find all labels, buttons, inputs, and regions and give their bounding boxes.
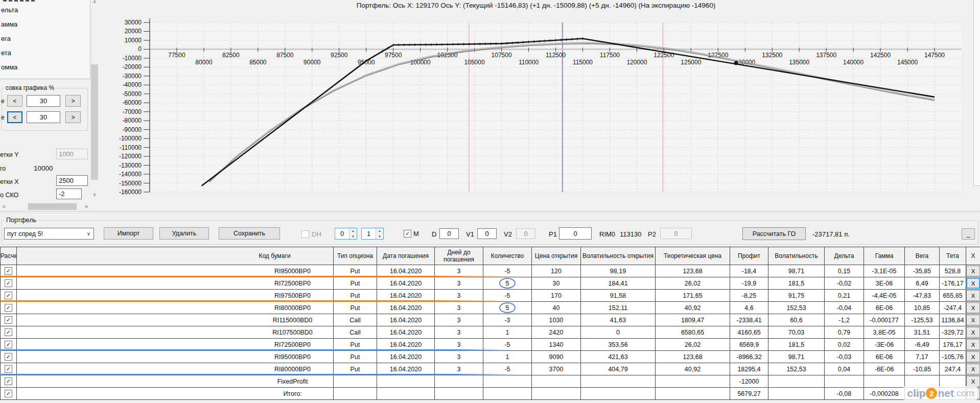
hand-drawn-underline-orange	[1, 276, 516, 277]
col-header-theta[interactable]: Тета	[940, 247, 966, 265]
d-label: D	[432, 230, 436, 238]
scroll-left-icon[interactable]: <	[0, 203, 8, 210]
cell-open_price: 30	[532, 277, 581, 290]
scroll-down-icon[interactable]: ∨	[90, 191, 99, 198]
col-header-theo[interactable]: Теоретическая цена	[656, 247, 730, 265]
sidebar-item-3[interactable]: ега	[0, 32, 90, 46]
row-calc-checkbox[interactable]: ✓	[5, 292, 12, 299]
sidebar-item-5[interactable]: омма	[0, 60, 90, 75]
save-button[interactable]: Сохранить	[219, 227, 280, 240]
dh-checkbox[interactable]	[301, 230, 309, 238]
scroll-right-icon[interactable]: >	[82, 203, 90, 210]
v1-input[interactable]: 0	[477, 228, 497, 239]
v2-input[interactable]: 0	[516, 228, 535, 239]
remove-row-button[interactable]: X	[966, 290, 980, 301]
preset-select[interactable]: пут спред 5! ∨	[4, 228, 94, 240]
row-calc-checkbox[interactable]: ✓	[5, 279, 12, 287]
col-header-profit[interactable]: Профит	[730, 247, 768, 265]
cell-code: RI115000BD0	[17, 314, 334, 326]
cell-type: Call	[334, 314, 377, 326]
calculate-margin-button[interactable]: Рассчитать ГО	[742, 227, 806, 240]
fit-row2-value[interactable]: 30	[27, 111, 60, 123]
col-header-check[interactable]: Расчет	[1, 247, 17, 265]
m-checkbox[interactable]: ✓	[404, 230, 411, 238]
svg-text:135000: 135000	[789, 59, 809, 66]
remove-row-button[interactable]: X	[966, 327, 980, 338]
scrollbar-thumb[interactable]	[28, 203, 77, 210]
svg-text:-80000: -80000	[123, 117, 142, 124]
delete-button[interactable]: Удалить	[159, 227, 209, 240]
col-header-x[interactable]: X	[966, 247, 980, 265]
minimize-button[interactable]: _	[962, 228, 975, 240]
scrollbar-thumb[interactable]	[91, 64, 98, 180]
fit-row1-value[interactable]: 30	[27, 95, 60, 107]
col-header-days[interactable]: Дней до погашения	[435, 247, 483, 265]
remove-row-button[interactable]: X	[966, 278, 980, 289]
col-header-delta[interactable]: Дельта	[825, 247, 864, 265]
remove-row-button[interactable]: X	[966, 339, 980, 350]
row-calc-checkbox[interactable]: ✓	[5, 267, 12, 275]
remove-row-button[interactable]: X	[966, 266, 980, 276]
row-calc-checkbox[interactable]: ✓	[5, 390, 12, 397]
col-header-gamma[interactable]: Гамма	[864, 247, 905, 265]
fit-row1-increase-button[interactable]: >	[65, 95, 81, 107]
scroll-up-icon[interactable]: ∧	[90, 0, 99, 5]
sidebar-item-4[interactable]: ета	[0, 46, 90, 60]
fit-row2-decrease-button[interactable]: <	[7, 111, 22, 123]
sko-input[interactable]: -2	[56, 188, 82, 199]
cell-date: 16.04.2020	[377, 290, 435, 302]
hand-drawn-underline-blue	[1, 349, 516, 351]
m-checkbox-label: M	[413, 230, 419, 238]
fit-row1-decrease-button[interactable]: <	[7, 95, 22, 107]
row-calc-checkbox[interactable]: ✓	[5, 316, 12, 324]
grid-step-y-input[interactable]: 1000	[56, 149, 88, 159]
chart-vertical-scrollbar[interactable]	[973, 0, 980, 186]
remove-row-button[interactable]: X	[966, 376, 980, 387]
row-calc-checkbox[interactable]: ✓	[5, 341, 12, 348]
row-calc-checkbox[interactable]: ✓	[5, 377, 12, 385]
days-spinner[interactable]: 0 ▲▼	[335, 228, 357, 240]
fit-row2-increase-button[interactable]: >	[65, 111, 81, 123]
cell-x: X	[966, 277, 980, 290]
import-button[interactable]: Импорт	[104, 227, 153, 240]
p1-input[interactable]: 0	[559, 227, 592, 240]
watermark-text: .com	[954, 388, 974, 399]
p2-input[interactable]: 0	[660, 228, 692, 239]
remove-row-button[interactable]: X	[966, 364, 980, 374]
sidebar-horizontal-scrollbar[interactable]: < >	[0, 203, 90, 210]
col-header-open_price[interactable]: Цена открытия	[532, 247, 581, 265]
spin-down-icon[interactable]: ▼	[376, 234, 383, 240]
d-input[interactable]: 0	[439, 228, 459, 239]
cell-code: RI72500BP0	[17, 277, 334, 290]
graph-fit-groupbox	[2, 88, 88, 131]
row-calc-checkbox[interactable]: ✓	[5, 328, 12, 336]
pnl-chart: 3000020000100000-10000-20000-30000-40000…	[0, 0, 980, 210]
sidebar-vertical-scrollbar[interactable]: ∧ ∨	[90, 0, 99, 201]
remove-row-button[interactable]: X	[966, 351, 980, 362]
svg-text:87500: 87500	[276, 52, 294, 59]
cell-check: ✓	[1, 363, 17, 375]
sidebar-item-1[interactable]: ельта	[0, 3, 90, 17]
spin-up-icon[interactable]: ▲	[349, 228, 357, 234]
col-header-code[interactable]: Код бумаги	[17, 247, 334, 265]
row-calc-checkbox[interactable]: ✓	[5, 304, 12, 312]
cell-vol	[768, 375, 825, 388]
col-header-type[interactable]: Тип опциона	[334, 247, 377, 265]
spin-up-icon[interactable]: ▲	[376, 228, 383, 234]
remove-row-button[interactable]: X	[966, 315, 980, 325]
row-calc-checkbox[interactable]: ✓	[5, 365, 12, 373]
col-header-vol[interactable]: Волатильность	[768, 247, 825, 265]
remove-row-button[interactable]: X	[966, 302, 980, 313]
grid-step-x-label: етки X	[0, 178, 19, 185]
svg-text:-40000: -40000	[123, 81, 142, 88]
table-row: ✓RI95000BP0Put16.04.2020319090421,63123,…	[1, 351, 980, 363]
col-header-vega[interactable]: Вега	[905, 247, 940, 265]
col-header-open_vol[interactable]: Волатильность открытия	[581, 247, 656, 265]
step-spinner[interactable]: 1 ▲▼	[361, 228, 384, 240]
spin-down-icon[interactable]: ▼	[349, 234, 357, 240]
row-calc-checkbox[interactable]: ✓	[5, 353, 12, 361]
col-header-qty[interactable]: Количество	[483, 247, 532, 265]
col-header-date[interactable]: Дата погашения	[377, 247, 435, 265]
grid-step-x-input[interactable]: 2500	[56, 175, 88, 186]
sidebar-item-2[interactable]: амма	[0, 17, 90, 32]
